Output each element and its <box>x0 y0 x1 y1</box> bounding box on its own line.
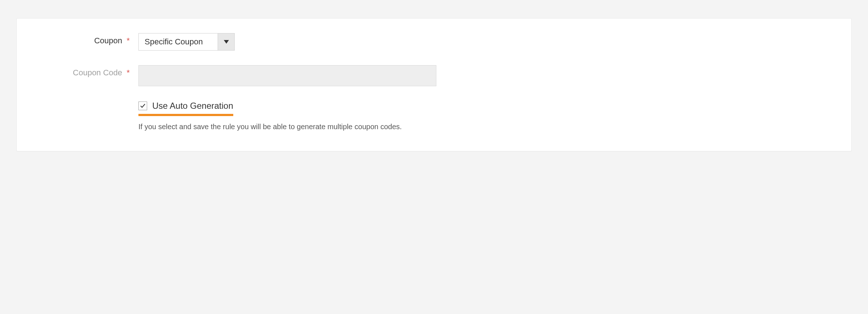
required-mark-icon: * <box>126 36 130 45</box>
auto-generation-help: If you select and save the rule you will… <box>138 123 829 131</box>
coupon-row: Coupon * Specific Coupon <box>39 33 829 51</box>
chevron-down-icon <box>218 33 234 50</box>
svg-marker-0 <box>224 40 229 44</box>
required-mark-icon: * <box>126 68 130 77</box>
coupon-label: Coupon <box>94 36 122 45</box>
auto-generation-label: Use Auto Generation <box>152 101 233 111</box>
auto-generation-checkbox[interactable] <box>138 102 147 110</box>
coupon-code-field-col <box>138 65 829 86</box>
auto-generation-highlight: Use Auto Generation <box>138 101 233 116</box>
coupon-code-label-col: Coupon Code * <box>39 65 138 77</box>
coupon-code-label: Coupon Code <box>73 68 122 77</box>
auto-generation-label-col <box>39 101 138 104</box>
auto-generation-field-col: Use Auto Generation If you select and sa… <box>138 101 829 131</box>
coupon-label-col: Coupon * <box>39 33 138 45</box>
coupon-select[interactable]: Specific Coupon <box>138 33 235 51</box>
coupon-select-value: Specific Coupon <box>139 33 218 50</box>
auto-generation-row: Use Auto Generation If you select and sa… <box>39 101 829 131</box>
form-panel: Coupon * Specific Coupon Coupon Code * <box>16 18 852 151</box>
coupon-code-input[interactable] <box>138 65 436 86</box>
coupon-field-col: Specific Coupon <box>138 33 829 51</box>
coupon-code-row: Coupon Code * <box>39 65 829 86</box>
